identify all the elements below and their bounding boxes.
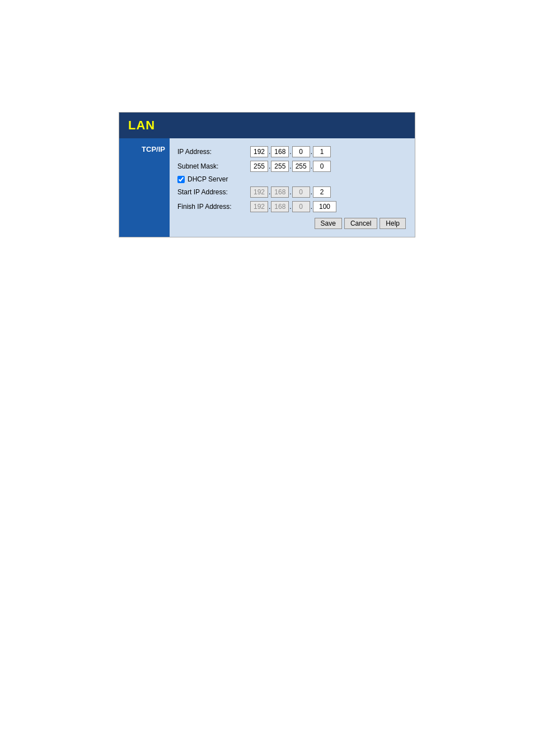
subnet-mask-oct2[interactable] [271, 161, 289, 172]
panel-body: TCP/IP IP Address: . . . Subnet Mask: [119, 138, 415, 237]
start-ip-row: Start IP Address: . . . [177, 186, 406, 198]
finish-ip-oct1[interactable] [250, 201, 268, 212]
dhcp-server-checkbox[interactable] [177, 176, 185, 183]
ip-address-oct1[interactable] [250, 146, 268, 157]
subnet-mask-oct4[interactable] [313, 161, 331, 172]
finish-dot-1: . [269, 203, 270, 211]
finish-ip-label: Finish IP Address: [177, 203, 250, 211]
buttons-row: Save Cancel Help [177, 218, 406, 229]
finish-ip-oct3[interactable] [292, 201, 310, 212]
ip-address-oct3[interactable] [292, 146, 310, 157]
ip-dot-1: . [269, 148, 270, 156]
start-ip-oct2[interactable] [271, 186, 289, 198]
cancel-button[interactable]: Cancel [344, 218, 377, 229]
ip-address-oct2[interactable] [271, 146, 289, 157]
dhcp-server-label: DHCP Server [188, 175, 228, 183]
start-dot-1: . [269, 188, 270, 196]
start-ip-oct3[interactable] [292, 186, 310, 198]
ip-address-row: IP Address: . . . [177, 146, 406, 157]
subnet-mask-oct1[interactable] [250, 161, 268, 172]
subnet-mask-row: Subnet Mask: . . . [177, 161, 406, 172]
start-ip-fields: . . . [250, 186, 331, 198]
ip-dot-3: . [311, 148, 312, 156]
ip-dot-2: . [289, 148, 291, 156]
finish-dot-3: . [311, 203, 312, 211]
lan-panel: LAN TCP/IP IP Address: . . . [119, 112, 415, 237]
dhcp-server-row: DHCP Server [177, 175, 406, 183]
subnet-mask-fields: . . . [250, 161, 331, 172]
start-dot-3: . [311, 188, 312, 196]
subnet-dot-2: . [289, 162, 291, 170]
start-ip-oct1[interactable] [250, 186, 268, 198]
panel-title: LAN [128, 118, 155, 132]
sidebar: TCP/IP [119, 138, 170, 237]
panel-header: LAN [119, 113, 415, 138]
start-ip-label: Start IP Address: [177, 188, 250, 196]
ip-address-fields: . . . [250, 146, 331, 157]
content-area: IP Address: . . . Subnet Mask: . [170, 138, 415, 237]
finish-ip-oct4[interactable] [313, 201, 336, 212]
ip-address-label: IP Address: [177, 148, 250, 156]
sidebar-label: TCP/IP [142, 145, 165, 153]
subnet-dot-3: . [311, 162, 312, 170]
finish-ip-fields: . . . [250, 201, 336, 212]
help-button[interactable]: Help [380, 218, 406, 229]
finish-dot-2: . [289, 203, 291, 211]
finish-ip-row: Finish IP Address: . . . [177, 201, 406, 212]
ip-address-oct4[interactable] [313, 146, 331, 157]
subnet-dot-1: . [269, 162, 270, 170]
save-button[interactable]: Save [315, 218, 342, 229]
subnet-mask-label: Subnet Mask: [177, 162, 250, 170]
finish-ip-oct2[interactable] [271, 201, 289, 212]
start-dot-2: . [289, 188, 291, 196]
start-ip-oct4[interactable] [313, 186, 331, 198]
subnet-mask-oct3[interactable] [292, 161, 310, 172]
